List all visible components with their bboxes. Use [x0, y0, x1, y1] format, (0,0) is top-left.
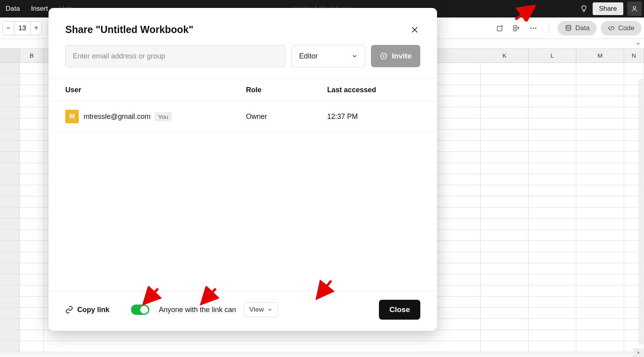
- th-user: User: [65, 86, 246, 94]
- more-icon[interactable]: [527, 22, 540, 35]
- share-table-header: User Role Last accessed: [49, 78, 437, 102]
- row-header[interactable]: [0, 319, 20, 330]
- user-last-accessed: 12:37 PM: [327, 113, 420, 121]
- share-button[interactable]: Share: [593, 2, 623, 15]
- svg-rect-1: [498, 26, 502, 31]
- column-header[interactable]: K: [481, 49, 529, 62]
- profile-button[interactable]: [627, 2, 642, 16]
- code-icon: [608, 25, 615, 32]
- row-header[interactable]: [0, 297, 20, 308]
- row-header[interactable]: [0, 341, 20, 352]
- row-header[interactable]: [0, 118, 20, 130]
- column-header[interactable]: N: [624, 49, 644, 62]
- svg-rect-2: [514, 25, 517, 27]
- row-header[interactable]: [0, 85, 20, 96]
- row-header[interactable]: [0, 274, 20, 285]
- user-role: Owner: [246, 113, 327, 121]
- you-badge: You: [154, 112, 172, 121]
- grid-row: [0, 341, 644, 352]
- link-permission-select[interactable]: View: [244, 302, 278, 317]
- row-header[interactable]: [0, 130, 20, 141]
- row-header[interactable]: [0, 285, 20, 297]
- data-panel-label: Data: [575, 24, 589, 32]
- row-header[interactable]: [0, 230, 20, 241]
- row-header[interactable]: [0, 152, 20, 163]
- row-header[interactable]: [0, 219, 20, 230]
- data-panel-button[interactable]: Data: [558, 21, 597, 35]
- anyone-link-label: Anyone with the link can: [159, 306, 236, 314]
- tips-icon[interactable]: [579, 4, 589, 14]
- insert-icon[interactable]: [494, 22, 506, 35]
- row-header[interactable]: [0, 263, 20, 274]
- row-header[interactable]: [0, 163, 20, 174]
- row-header[interactable]: [0, 196, 20, 208]
- svg-rect-3: [514, 29, 517, 31]
- database-icon: [565, 25, 572, 32]
- sheet-nav-right[interactable]: [633, 348, 644, 357]
- layout-icon[interactable]: [510, 22, 523, 35]
- menu-insert[interactable]: Insert: [31, 5, 48, 13]
- email-input[interactable]: [65, 45, 286, 67]
- column-header[interactable]: L: [529, 49, 576, 62]
- row-header[interactable]: [0, 63, 20, 74]
- th-role: Role: [246, 86, 327, 94]
- decrease-button[interactable]: −: [3, 21, 14, 35]
- chevron-down-icon: [635, 41, 641, 47]
- row-header[interactable]: [0, 185, 20, 196]
- copy-link-label: Copy link: [77, 306, 109, 314]
- row-header[interactable]: [0, 141, 20, 152]
- invite-button[interactable]: Invite: [371, 45, 420, 67]
- copy-link-button[interactable]: Copy link: [65, 306, 109, 314]
- column-header[interactable]: B: [20, 49, 44, 62]
- th-last: Last accessed: [327, 86, 420, 94]
- row-header[interactable]: [0, 174, 20, 185]
- column-header[interactable]: M: [576, 49, 624, 62]
- row-header[interactable]: [0, 74, 20, 85]
- link-permission-value: View: [249, 306, 264, 314]
- chevron-down-icon: [351, 53, 358, 59]
- svg-point-5: [533, 27, 534, 29]
- row-header[interactable]: [0, 96, 20, 107]
- svg-point-6: [535, 27, 537, 29]
- row-header[interactable]: [0, 241, 20, 252]
- code-panel-label: Code: [618, 24, 634, 32]
- font-size-stepper[interactable]: − 13 +: [2, 21, 42, 35]
- avatar: M: [65, 110, 79, 123]
- font-size-value[interactable]: 13: [14, 21, 31, 35]
- menu-data[interactable]: Data: [6, 5, 20, 13]
- vertical-scrollbar[interactable]: [638, 79, 643, 345]
- code-panel-button[interactable]: Code: [601, 21, 642, 35]
- row-header[interactable]: [0, 330, 20, 341]
- user-email: mtressle@gmail.com: [84, 113, 150, 121]
- svg-point-7: [566, 25, 571, 27]
- select-all-cell[interactable]: [0, 49, 20, 62]
- plus-circle-icon: [380, 52, 388, 60]
- chevron-down-icon: [267, 307, 273, 312]
- public-link-toggle[interactable]: [131, 305, 149, 315]
- row-header[interactable]: [0, 252, 20, 263]
- increase-button[interactable]: +: [31, 21, 42, 35]
- grid-row: [0, 330, 644, 341]
- link-icon: [65, 306, 73, 314]
- role-select-value: Editor: [299, 52, 318, 60]
- role-select[interactable]: Editor: [291, 45, 365, 67]
- share-dialog: Share "Untitled Workbook" Editor Invite …: [49, 8, 437, 331]
- user-row: M mtressle@gmail.com You Owner 12:37 PM: [49, 102, 437, 132]
- invite-button-label: Invite: [392, 52, 412, 60]
- row-header[interactable]: [0, 107, 20, 118]
- dialog-title: Share "Untitled Workbook": [65, 24, 193, 35]
- svg-point-0: [633, 6, 636, 9]
- close-button[interactable]: Close: [379, 300, 420, 320]
- svg-point-4: [531, 27, 532, 29]
- row-header[interactable]: [0, 308, 20, 319]
- row-header[interactable]: [0, 208, 20, 219]
- close-icon[interactable]: [409, 24, 420, 35]
